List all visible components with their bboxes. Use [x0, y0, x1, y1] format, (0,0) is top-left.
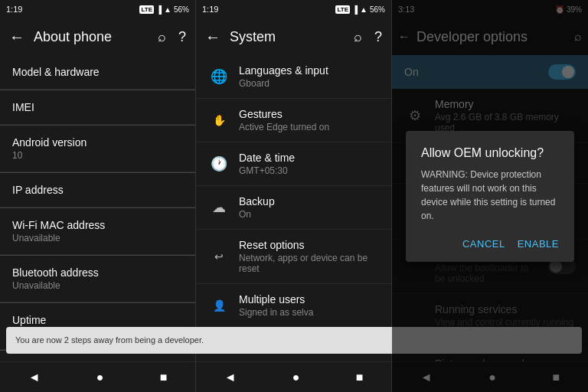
status-icons-left: LTE ▐ ▲ 56% — [139, 5, 189, 14]
datetime-icon: 🕐 — [208, 153, 230, 175]
item-title: Uptime — [12, 314, 183, 326]
item-subtitle: Network, apps or device can be reset — [239, 253, 379, 274]
item-title: Backup — [239, 195, 379, 207]
about-phone-panel: 1:19 LTE ▐ ▲ 56% ← About phone ⌕ ? Model… — [0, 0, 196, 392]
item-title: Reset options — [239, 239, 379, 251]
back-button-mid[interactable]: ← — [202, 25, 224, 49]
lte-icon-mid: LTE — [335, 5, 350, 14]
about-phone-title: About phone — [34, 29, 149, 45]
item-title: Gestures — [239, 108, 379, 120]
item-title: Date & time — [239, 152, 379, 164]
recents-nav-left[interactable]: ■ — [148, 364, 180, 390]
recents-nav-mid[interactable]: ■ — [344, 364, 376, 390]
item-subtitle: Signed in as selva — [239, 307, 379, 318]
time-left: 1:19 — [6, 5, 22, 14]
item-title: Bluetooth address — [12, 266, 183, 279]
list-item[interactable]: IMEI — [0, 90, 195, 125]
list-item[interactable]: ↩ Reset options Network, apps or device … — [196, 230, 391, 284]
list-item[interactable]: Model & hardware — [0, 55, 195, 90]
battery-left: 56% — [174, 5, 189, 14]
list-item[interactable]: 👤 Multiple users Signed in as selva — [196, 284, 391, 328]
users-icon: 👤 — [208, 295, 230, 316]
back-button-left[interactable]: ← — [6, 25, 28, 49]
nav-bar-mid: ◄ ● ■ — [196, 361, 391, 392]
list-item[interactable]: Bluetooth address Unavailable — [0, 256, 195, 302]
gestures-icon: ✋ — [208, 109, 230, 131]
list-item[interactable]: 🕐 Date & time GMT+05:30 — [196, 142, 391, 186]
about-phone-list: Model & hardware IMEI Android version 10… — [0, 55, 195, 361]
developer-panel: 3:13 ⏰ 39% ← Developer options ⌕ On ⚙ Me… — [392, 0, 588, 392]
system-toolbar: ← System ⌕ ? — [196, 18, 391, 55]
dialog-title: Allow OEM unlocking? — [421, 146, 559, 160]
item-title: Languages & input — [239, 64, 379, 77]
time-mid: 1:19 — [202, 5, 218, 14]
help-button-left[interactable]: ? — [175, 26, 189, 48]
oem-unlock-dialog-overlay: Allow OEM unlocking? WARNING: Device pro… — [392, 0, 588, 392]
list-item[interactable]: ☁ Backup On — [196, 186, 391, 230]
developer-toast: You are now 2 steps away from being a de… — [6, 327, 196, 354]
item-title: Wi-Fi MAC address — [12, 219, 183, 231]
list-item[interactable]: 🌐 Languages & input Gboard — [196, 55, 391, 99]
list-item[interactable]: IP address — [0, 173, 195, 207]
item-title: Model & hardware — [12, 66, 183, 78]
status-icons-mid: LTE ▐ ▲ 56% — [335, 5, 385, 14]
item-subtitle: 10 — [12, 150, 183, 161]
list-item[interactable]: ✋ Gestures Active Edge turned on — [196, 99, 391, 142]
back-nav-left[interactable]: ◄ — [16, 364, 53, 390]
signal-icon: ▐ — [156, 5, 162, 14]
list-item[interactable]: Android version 10 — [0, 126, 195, 172]
reset-icon: ↩ — [208, 246, 230, 267]
system-list: 🌐 Languages & input Gboard ✋ Gestures Ac… — [196, 55, 391, 361]
home-nav-left[interactable]: ● — [84, 364, 116, 390]
oem-unlock-dialog: Allow OEM unlocking? WARNING: Device pro… — [406, 131, 574, 262]
battery-mid: 56% — [370, 5, 385, 14]
list-item[interactable]: Wi-Fi MAC address Unavailable — [0, 208, 195, 255]
backup-icon: ☁ — [208, 197, 230, 218]
status-bar-mid: 1:19 LTE ▐ ▲ 56% — [196, 0, 391, 18]
cancel-button[interactable]: Cancel — [462, 235, 505, 253]
search-button-left[interactable]: ⌕ — [155, 26, 169, 48]
status-bar-left: 1:19 LTE ▐ ▲ 56% — [0, 0, 195, 18]
dialog-body: WARNING: Device protection features will… — [421, 168, 559, 223]
item-subtitle: Unavailable — [12, 233, 183, 243]
wifi-icon-mid: ▲ — [360, 5, 368, 14]
enable-button[interactable]: Enable — [518, 235, 559, 253]
signal-icon-mid: ▐ — [352, 5, 358, 14]
item-title: Android version — [12, 136, 183, 149]
item-title: Multiple users — [239, 293, 379, 305]
nav-bar-left: ◄ ● ■ — [0, 361, 195, 392]
item-subtitle: On — [239, 209, 379, 220]
system-title: System — [230, 29, 345, 45]
item-subtitle: Active Edge turned on — [239, 122, 379, 132]
back-nav-mid[interactable]: ◄ — [212, 364, 249, 390]
item-subtitle: GMT+05:30 — [239, 165, 379, 176]
home-nav-mid[interactable]: ● — [280, 364, 312, 390]
languages-icon: 🌐 — [208, 66, 230, 87]
item-title: IP address — [12, 184, 183, 196]
item-subtitle: Gboard — [239, 78, 379, 89]
wifi-icon: ▲ — [164, 5, 172, 14]
about-phone-toolbar: ← About phone ⌕ ? — [0, 18, 195, 55]
item-title: IMEI — [12, 101, 183, 113]
lte-icon: LTE — [139, 5, 154, 14]
help-button-mid[interactable]: ? — [371, 26, 385, 48]
item-subtitle: Unavailable — [12, 280, 183, 291]
search-button-mid[interactable]: ⌕ — [351, 26, 365, 48]
dialog-actions: Cancel Enable — [421, 235, 559, 253]
